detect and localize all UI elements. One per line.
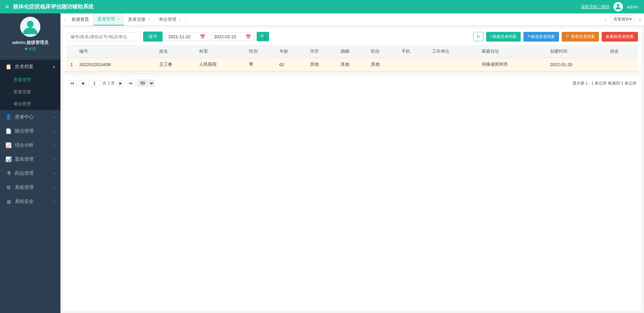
- svg-point-2: [27, 21, 34, 28]
- page-input[interactable]: [88, 80, 100, 87]
- date-start-wrapper: 📅: [165, 33, 208, 41]
- tab-ops-button[interactable]: 页签操作▾: [610, 15, 635, 23]
- online-status: 在线: [29, 46, 36, 51]
- col-work-unit: 工作单位: [429, 45, 479, 58]
- row-name: 王三春: [157, 58, 197, 71]
- page-size-select[interactable]: 10 20 50 100: [137, 80, 155, 87]
- calendar-end-icon[interactable]: 📅: [246, 34, 251, 39]
- sidebar-item-system-mgmt[interactable]: ⚙ 系统管理 ›: [0, 180, 60, 195]
- col-occ: 职业: [368, 45, 399, 58]
- horizontal-scrollbar[interactable]: [63, 71, 641, 75]
- main-content: 读卡 📅 📅 🔍 ↻ +新建患者档案 ✎修改患者档案 🔍查看患者档案 🗑删除患者…: [60, 25, 644, 313]
- chevron-right-icon: ›: [54, 143, 55, 147]
- date-start-input[interactable]: [168, 34, 199, 39]
- page-total: 共 1 页: [102, 81, 115, 86]
- chevron-right-icon: ›: [54, 186, 55, 190]
- sidebar-item-visit-center[interactable]: 👤 患者中心 ›: [0, 110, 60, 124]
- prev-page-button[interactable]: ◀: [79, 80, 86, 87]
- tab-patient-transfer-label: 患者交接: [128, 16, 145, 22]
- col-created: 创建时间: [547, 45, 607, 58]
- tab-patient-mgmt-close[interactable]: ×: [118, 17, 120, 21]
- tab-welcome-label: 欢迎首页: [72, 16, 89, 22]
- last-page-button[interactable]: ⏭: [127, 80, 135, 87]
- sidebar-item-patient-mgmt[interactable]: 患者管理: [0, 74, 60, 86]
- col-id: 编号: [77, 45, 157, 58]
- security-icon: 🖥: [5, 199, 11, 205]
- sidebar-item-followup-mgmt[interactable]: 📄 随访管理 ›: [0, 124, 60, 138]
- pagination-summary: 显示第 1 - 1 条记录 检索到 1 条记录: [572, 81, 637, 86]
- visit-center-icon: 👤: [5, 114, 11, 120]
- col-history: 病史: [607, 45, 638, 58]
- tab-next-btn[interactable]: ›: [603, 17, 608, 22]
- qr-code-link[interactable]: 获取手机二维码: [581, 4, 609, 10]
- content-area: 读卡 📅 📅 🔍 ↻ +新建患者档案 ✎修改患者档案 🔍查看患者档案 🗑删除患者…: [63, 28, 641, 310]
- row-phone: [399, 58, 429, 71]
- chevron-right-icon: ›: [54, 115, 55, 119]
- row-marital: 其他: [338, 58, 369, 71]
- first-page-button[interactable]: ⏮: [68, 80, 77, 87]
- search-input[interactable]: [67, 32, 140, 41]
- sidebar: admin;超级管理员 在线 📋 患者档案 ▾ 患者管理 患者交接 单位管理 👤…: [0, 0, 60, 313]
- sidebar-item-analysis[interactable]: 📈 综合分析 ›: [0, 138, 60, 152]
- view-patient-button[interactable]: 🔍查看患者档案: [562, 32, 599, 42]
- date-end-input[interactable]: [214, 34, 244, 39]
- col-edu: 学历: [307, 45, 338, 58]
- sidebar-section-label: 药品管理: [15, 170, 34, 176]
- tab-prev-btn[interactable]: ‹: [63, 17, 68, 22]
- tab-patient-mgmt[interactable]: 患者管理 ×: [93, 13, 124, 25]
- sidebar-item-unit-mgmt[interactable]: 单位管理: [0, 98, 60, 110]
- row-created: 2022-01-20: [547, 58, 607, 71]
- sidebar-section-label: 系统管理: [15, 185, 34, 191]
- col-name: 姓名: [157, 45, 197, 58]
- header-right: 获取手机二维码 admin: [581, 2, 639, 11]
- hamburger-icon[interactable]: ≡: [5, 3, 9, 10]
- tab-welcome[interactable]: 欢迎首页: [68, 13, 93, 25]
- pagination-bar: ⏮ ◀ 共 1 页 ▶ ⏭ 10 20 50 100 显示第 1 - 1 条记录…: [67, 76, 638, 90]
- next-page-button[interactable]: ▶: [117, 80, 125, 87]
- tab-bar-right: › 页签操作▾ ×: [603, 15, 641, 23]
- date-end-wrapper: 📅: [211, 33, 254, 41]
- row-work-unit: [429, 58, 479, 71]
- tab-patient-transfer-close[interactable]: ×: [148, 17, 150, 21]
- search-button[interactable]: 🔍: [257, 32, 269, 41]
- row-id: 2022012014438: [77, 58, 157, 71]
- read-card-button[interactable]: 读卡: [143, 32, 163, 42]
- sidebar-item-patient-file[interactable]: 📋 患者档案 ▾: [0, 60, 60, 74]
- sidebar-item-drug-mgmt[interactable]: ⚗ 药品管理 ›: [0, 166, 60, 180]
- chevron-right-icon: ›: [54, 171, 55, 175]
- row-history: [607, 58, 638, 71]
- sidebar-item-report-mgmt[interactable]: 📊 显表管理 ›: [0, 152, 60, 166]
- top-header: ≡ 躯体化症状临床评估随访辅助系统 获取手机二维码 admin: [0, 0, 644, 13]
- close-all-icon[interactable]: ×: [639, 17, 641, 22]
- edit-patient-button[interactable]: ✎修改患者档案: [523, 32, 559, 42]
- row-age: 62: [277, 58, 307, 71]
- sidebar-item-system-security[interactable]: 🖥 系统安全 ›: [0, 195, 60, 209]
- col-age: 年龄: [277, 45, 307, 58]
- tab-unit-mgmt[interactable]: 单位管理 ×: [155, 13, 185, 25]
- sidebar-menu: 📋 患者档案 ▾ 患者管理 患者交接 单位管理 👤 患者中心 › 📄 随访管理 …: [0, 60, 60, 209]
- sidebar-section-label: 显表管理: [15, 156, 34, 162]
- toolbar: 读卡 📅 📅 🔍 ↻ +新建患者档案 ✎修改患者档案 🔍查看患者档案 🗑删除患者…: [67, 32, 638, 42]
- new-patient-button[interactable]: +新建患者档案: [486, 32, 521, 42]
- sidebar-section-label: 随访管理: [15, 128, 34, 134]
- avatar: [613, 2, 623, 11]
- sidebar-item-patient-transfer[interactable]: 患者交接: [0, 86, 60, 98]
- col-gender: 性别: [246, 45, 277, 58]
- row-address: 河南省郑州市: [479, 58, 548, 71]
- tab-patient-transfer[interactable]: 患者交接 ×: [124, 13, 155, 25]
- calendar-start-icon[interactable]: 📅: [200, 34, 205, 39]
- row-dept: 人民医院: [197, 58, 246, 71]
- online-dot: [25, 48, 27, 50]
- analysis-icon: 📈: [5, 142, 11, 148]
- table-row[interactable]: 1 2022012014438 王三春 人民医院 男 62 其他 其他 其他 河…: [67, 58, 638, 71]
- followup-icon: 📄: [5, 128, 11, 134]
- tab-unit-mgmt-close[interactable]: ×: [179, 17, 181, 21]
- delete-patient-button[interactable]: 🗑删除患者档案: [602, 32, 638, 42]
- col-marital: 婚姻: [338, 45, 369, 58]
- tab-bar: ‹ 欢迎首页 患者管理 × 患者交接 × 单位管理 × › 页签操作▾ ×: [60, 13, 644, 25]
- app-title: 躯体化症状临床评估随访辅助系统: [13, 3, 94, 10]
- refresh-button[interactable]: ↻: [473, 32, 483, 41]
- row-edu: 其他: [307, 58, 338, 71]
- sidebar-section-label: 系统安全: [15, 199, 34, 205]
- patient-file-icon: 📋: [5, 64, 11, 70]
